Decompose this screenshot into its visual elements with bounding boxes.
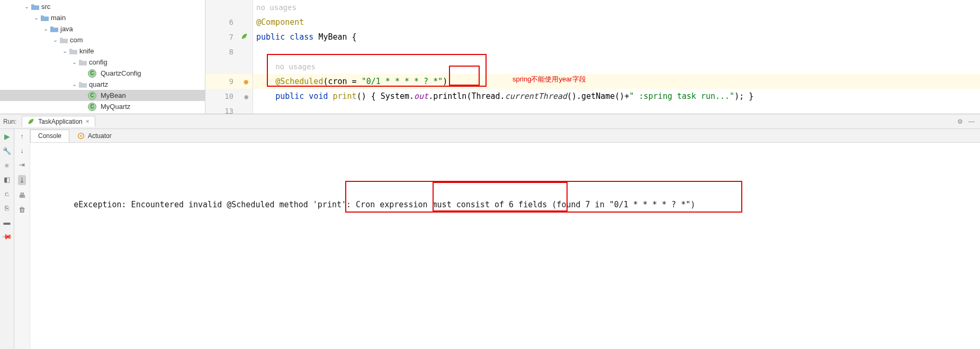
camera-icon[interactable]: ◧ [4,176,10,183]
highlight-box-error2 [433,182,568,212]
scroll-down-icon[interactable]: ↓ [20,146,24,154]
tree-node-main[interactable]: ⌄ main [0,12,205,23]
tree-node-quartz[interactable]: ⌄ quartz [0,79,205,90]
annotation-text: spring不能使用year字段 [513,72,586,87]
console-output[interactable]: eException: Encountered invalid @Schedul… [30,143,980,349]
run-output-tabs: Console Actuator [30,129,980,143]
class-icon: C [88,103,96,111]
highlight-box-year-star [449,66,480,86]
gutter-line: 10 ◉ [205,89,253,104]
tree-label: java [60,25,73,33]
package-icon [59,37,68,43]
exit-icon[interactable]: ⎘ [5,204,9,212]
close-icon[interactable]: × [86,118,89,125]
gutter-line: 7 [205,30,253,44]
tree-node-myquartz[interactable]: C MyQuartz [0,101,205,112]
scroll-up-icon[interactable]: ↑ [20,132,24,140]
gear-icon[interactable]: ⚙ [957,118,963,125]
tree-node-quartzconfig[interactable]: C QuartzConfig [0,68,205,79]
scroll-to-end-icon[interactable]: ⤓ [18,175,26,185]
gutter-line [205,0,253,15]
gutter-line: 9 ● [205,74,253,89]
stop-icon[interactable]: ■ [5,161,9,169]
collapse-icon[interactable]: ◉ [244,93,248,100]
run-title: Run: [3,118,16,125]
pin-icon[interactable]: 📌 [1,231,13,243]
chevron-down-icon: ⌄ [41,25,50,32]
tree-node-config[interactable]: ⌄ config [0,57,205,68]
svg-point-1 [80,135,82,137]
gutter-line [205,59,253,74]
tree-node-com[interactable]: ⌄ com [0,34,205,45]
spring-leaf-icon [28,118,35,125]
clear-icon[interactable]: 🗑 [19,206,25,214]
class-icon: C [88,91,96,100]
code-area[interactable]: no usages @Component public class MyBean… [253,0,980,114]
run-panel: Run: TaskApplication × ⚙ — ▶ 🔧 ■ ◧ ⎌ ⎘ ▬… [0,114,980,349]
chevron-down-icon: ⌄ [60,48,69,54]
tree-label: main [51,14,66,22]
chevron-down-icon: ⌄ [32,14,40,21]
tree-node-knife[interactable]: ⌄ knife [0,45,205,57]
tree-label: config [89,58,107,66]
trash-icon[interactable]: ▬ [4,218,11,226]
package-icon [78,59,87,66]
folder-icon [31,4,39,10]
usage-hint[interactable]: no usages [256,3,296,12]
editor-gutter: 6 7 8 9 ● 10 ◉ 13 [205,0,253,114]
tab-console[interactable]: Console [30,130,69,142]
tree-node-src[interactable]: ⌄ src [0,1,205,12]
actuator-icon [77,132,85,140]
tree-label: quartz [89,80,108,88]
gutter-line: 13 [205,104,253,118]
spring-leaf-icon [241,33,248,42]
tree-label: MyBean [101,91,126,99]
print-icon[interactable]: 🖶 [19,191,25,199]
class-icon: C [88,69,96,78]
chevron-down-icon: ⌄ [51,36,59,43]
tree-node-java[interactable]: ⌄ java [0,23,205,34]
warning-bulb-icon[interactable]: ● [244,77,248,86]
run-config-label: TaskApplication [38,118,82,125]
gutter-line: 6 [205,15,253,30]
minimize-icon[interactable]: — [968,118,975,125]
package-icon [78,81,87,88]
tree-label: src [41,3,50,11]
package-icon [69,48,77,54]
tree-label: MyQuartz [101,103,130,111]
tree-label: com [70,36,83,44]
soft-wrap-icon[interactable]: ⇥ [19,161,25,169]
run-toolbar-console: ↑ ↓ ⇥ ⤓ 🖶 🗑 [14,129,30,349]
tree-label: knife [79,47,94,55]
tab-actuator[interactable]: Actuator [69,130,120,142]
annotation-component: @Component [256,17,304,27]
chevron-down-icon: ⌄ [70,59,78,66]
settings-icon[interactable]: ⎌ [5,190,9,198]
chevron-down-icon: ⌄ [22,3,31,10]
tree-label: QuartzConfig [101,69,141,77]
tree-node-mybean[interactable]: C MyBean [0,90,205,101]
project-tree[interactable]: ⌄ src ⌄ main ⌄ java ⌄ com ⌄ knife ⌄ conf… [0,0,205,114]
gutter-line: 8 [205,44,253,59]
folder-icon [40,15,49,21]
wrench-icon[interactable]: 🔧 [3,147,11,155]
folder-icon [50,26,58,32]
chevron-down-icon: ⌄ [70,81,78,88]
run-config-tab[interactable]: TaskApplication × [22,116,95,127]
run-icon[interactable]: ▶ [4,132,10,141]
run-toolbar-left: ▶ 🔧 ■ ◧ ⎌ ⎘ ▬ 📌 [0,129,14,349]
code-editor[interactable]: 6 7 8 9 ● 10 ◉ 13 no usages @Component p… [205,0,980,114]
